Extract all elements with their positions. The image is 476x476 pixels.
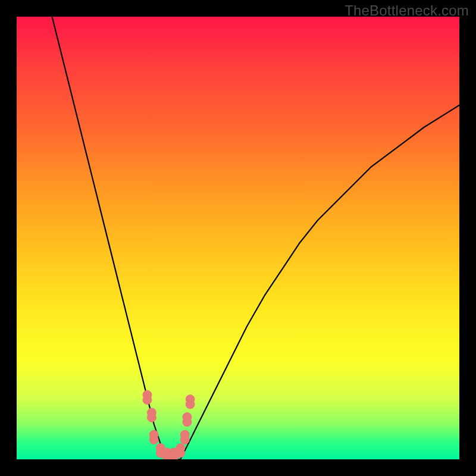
curve-svg <box>17 17 459 459</box>
marker-point <box>147 408 156 422</box>
chart-frame: TheBottleneck.com <box>0 0 476 476</box>
svg-point-13 <box>176 449 185 458</box>
marker-point <box>143 390 152 404</box>
bottleneck-curve <box>52 17 459 459</box>
svg-point-3 <box>147 413 156 422</box>
svg-point-19 <box>186 400 195 409</box>
svg-point-5 <box>149 436 158 444</box>
marker-point <box>183 412 192 426</box>
plot-area <box>17 17 459 459</box>
watermark-text: TheBottleneck.com <box>345 2 469 19</box>
marker-group <box>143 390 195 459</box>
svg-point-1 <box>143 396 152 405</box>
marker-point <box>176 443 185 457</box>
marker-point <box>180 430 189 444</box>
svg-point-15 <box>180 436 189 444</box>
svg-point-17 <box>183 418 192 427</box>
marker-point <box>149 430 158 444</box>
marker-point <box>186 395 195 409</box>
